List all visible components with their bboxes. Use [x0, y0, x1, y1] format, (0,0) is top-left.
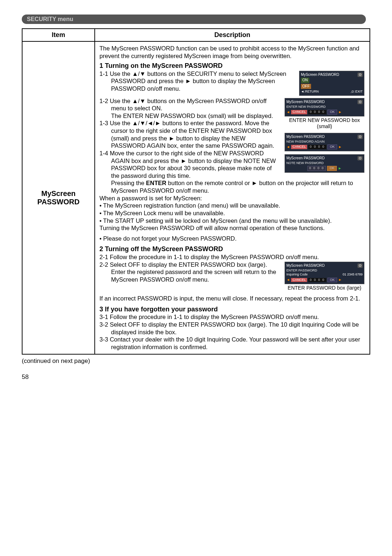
dialog5-inq-code: 01 2345 6789	[343, 273, 363, 277]
right-arrow-icon: ►	[338, 110, 342, 115]
header-item: Item	[22, 29, 95, 41]
item-cell: MyScreen PASSWORD	[22, 41, 95, 354]
dialog1-on: ON	[301, 78, 309, 83]
left-arrow-icon: ◄	[286, 145, 290, 150]
dialog4-digits: 0 0 0 0	[307, 166, 326, 171]
dialog5-title: MyScreen PASSWORD	[286, 263, 324, 268]
section1-heading: 1 Turning on the MyScreen PASSWORD	[99, 62, 365, 70]
dialog1-off: OFF	[301, 84, 311, 89]
off-normal-text: Turning the MyScreen PASSWORD off will a…	[99, 224, 365, 232]
right-arrow-icon: ►	[338, 166, 342, 171]
right-arrow-icon: ►	[338, 145, 342, 150]
dialog-enter-new-small: MyScreen PASSWORD⊙ ENTER NEW PASSWORD ◄ …	[285, 98, 364, 173]
right-arrow-icon: ►	[338, 278, 342, 282]
dialog3-cancel: CANCEL	[291, 145, 307, 149]
intro-text: The MyScreen PASSWORD function can be us…	[99, 45, 365, 60]
dialog2-title: MyScreen PASSWORD	[286, 100, 324, 105]
dialog-enter-large: MyScreen PASSWORD⊙ ENTER PASSWORD Inquir…	[285, 262, 364, 294]
enter-bold: ENTER	[146, 180, 166, 186]
step-3-2: 3-2 Select OFF to display the ENTER PASS…	[99, 321, 365, 336]
dialog4-ok: OK	[327, 166, 337, 171]
step-1-press-enter: Pressing the ENTER button on the remote …	[99, 179, 365, 194]
dialog1-return: ◄:RETURN	[301, 90, 319, 94]
dialog3-title: MyScreen PASSWORD	[286, 135, 324, 139]
dialog2-caption: ENTER NEW PASSWORD box (small)	[285, 117, 364, 130]
section2-heading: 2 Turning off the MyScreen PASSWORD	[99, 245, 365, 253]
step-3-1: 3-1 Follow the procedure in 1-1 to displ…	[99, 313, 365, 321]
dialog2-sub: ENTER NEW PASSWORD	[286, 105, 363, 109]
close-icon: ⊙	[358, 135, 363, 139]
main-table: Item Description MyScreen PASSWORD The M…	[22, 28, 370, 355]
dialog3-ok: OK	[327, 144, 337, 149]
close-icon: ⊙	[358, 156, 363, 161]
note-text: • Please do not forget your MyScreen PAS…	[99, 235, 365, 242]
dialog2-digits: 0 0 0 0	[308, 110, 326, 114]
close-icon: ⊙	[358, 73, 363, 77]
step-3-3: 3-3 Contact your dealer with the 10 digi…	[99, 336, 365, 351]
description-cell: The MyScreen PASSWORD function can be us…	[95, 41, 370, 354]
dialog5-ok: OK	[327, 278, 337, 282]
dialog5-caption: ENTER PASSWORD box (large)	[285, 285, 364, 291]
when-set-text: When a password is set for MyScreen:	[99, 195, 365, 202]
dialog5-sub: ENTER PASSWORD	[286, 269, 363, 273]
dialog2-cancel: CANCEL	[291, 110, 307, 114]
dialog5-digits: 0 0 0 0	[308, 278, 326, 282]
left-arrow-icon: ◄	[286, 278, 290, 282]
close-icon: ⊙	[358, 100, 363, 105]
dialog5-cancel: CANCEL	[291, 278, 307, 282]
left-arrow-icon: ◄	[286, 110, 290, 115]
bullet-2: • The MyScreen Lock menu will be unavail…	[99, 209, 365, 217]
header-description: Description	[95, 29, 370, 41]
close-icon: ⊙	[358, 263, 363, 268]
dialog3-digits: 0 0 0 0	[308, 145, 326, 149]
dialog-onoff: MyScreen PASSWORD⊙ ON OFF ◄:RETURN,⊙:EXI…	[299, 71, 364, 97]
incorrect-text: If an incorrect PASSWORD is input, the m…	[99, 295, 365, 302]
step-2-1: 2-1 Follow the procedure in 1-1 to displ…	[99, 253, 365, 261]
continued-text: (continued on next page)	[22, 357, 370, 365]
dialog4-title: MyScreen PASSWORD	[286, 156, 324, 161]
dialog2-ok: OK	[327, 110, 337, 114]
dialog1-title: MyScreen PASSWORD	[301, 73, 339, 77]
dialog1-exit: ,⊙:EXIT	[351, 90, 363, 94]
dialog3-sub: NEW PASSWORD AGAIN	[286, 140, 363, 144]
menu-header-pill: SECURITY menu	[22, 15, 366, 24]
bullet-1: • The MyScreen registration function (an…	[99, 202, 365, 209]
page-number: 58	[22, 373, 370, 381]
dialog4-sub: NOTE NEW PASSWORD	[286, 161, 363, 165]
bullet-3: • The START UP setting will be locked on…	[99, 217, 365, 225]
dialog5-inq-label: Inquiring Code	[286, 273, 308, 277]
section3-heading: 3 If you have forgotten your password	[99, 305, 365, 314]
